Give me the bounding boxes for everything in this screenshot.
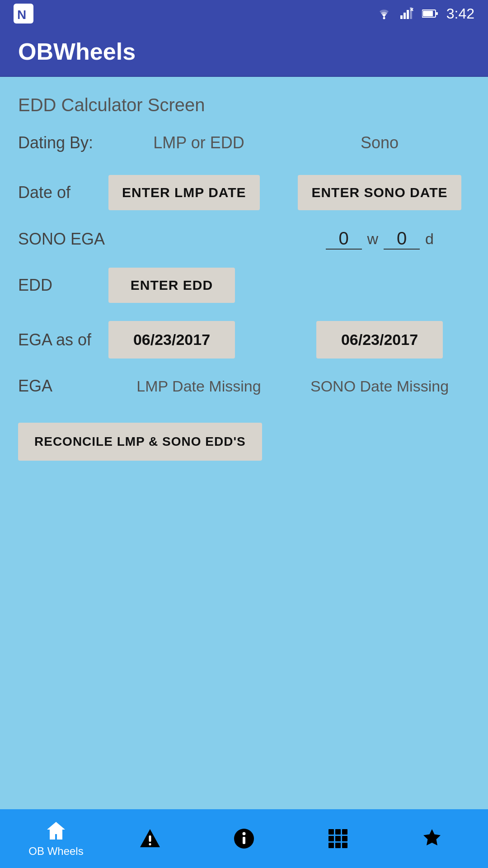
sono-date-display[interactable]: 06/23/2017 [316,321,443,359]
status-time: 3:42 [446,5,474,22]
svg-rect-17 [328,829,334,835]
svg-rect-5 [407,10,409,19]
info-icon [233,827,255,850]
ega-status-row: EGA LMP Date Missing SONO Date Missing [18,377,470,396]
svg-rect-20 [328,836,334,841]
svg-rect-10 [423,11,433,16]
svg-rect-23 [328,843,334,848]
date-of-label: Date of [18,183,108,202]
edd-row: EDD ENTER EDD [18,268,470,303]
svg-rect-21 [335,836,341,841]
bottom-nav: OB Wheels [0,809,488,868]
reconcile-button[interactable]: RECONCILE LMP & SONO EDD'S [18,423,262,461]
svg-rect-11 [436,12,438,15]
days-unit: d [425,230,434,248]
svg-point-2 [383,17,385,19]
sono-ega-days-input[interactable] [384,228,420,250]
enter-lmp-date-button[interactable]: ENTER LMP DATE [108,175,260,210]
dating-by-row: Dating By: LMP or EDD Sono [18,133,470,152]
grid-icon [327,827,349,850]
svg-rect-3 [400,15,403,19]
wifi-icon [376,7,392,20]
sono-ega-label: SONO EGA [18,230,108,249]
nav-item-grid[interactable] [291,827,385,850]
home-icon [45,820,67,842]
svg-rect-25 [342,843,347,848]
ega-as-of-row: EGA as of 06/23/2017 06/23/2017 [18,321,470,359]
star-icon [421,827,443,850]
nav-item-warning[interactable] [103,827,197,850]
lmp-date-display-container: 06/23/2017 [108,321,289,359]
edd-label: EDD [18,276,108,295]
lmp-date-display[interactable]: 06/23/2017 [108,321,235,359]
nav-item-home[interactable]: OB Wheels [9,820,103,858]
svg-rect-4 [404,13,406,19]
app-bar: OBWheels [0,27,488,77]
ega-sono-missing: SONO Date Missing [289,377,470,395]
sono-ega-inputs: w d [108,228,470,250]
dating-by-lmp-label: LMP or EDD [108,133,289,152]
app-logo-icon: N [14,4,33,24]
battery-icon [422,9,438,18]
sono-ega-weeks-input[interactable] [326,228,362,250]
app-title: OBWheels [18,38,136,65]
svg-rect-18 [335,829,341,835]
svg-rect-12 [149,835,151,842]
main-content: EDD Calculator Screen Dating By: LMP or … [0,77,488,809]
svg-point-16 [243,832,246,835]
dating-by-label: Dating By: [18,133,108,152]
svg-rect-24 [335,843,341,848]
nav-label-home: OB Wheels [28,845,83,858]
status-bar-left: N [14,4,33,24]
warning-icon [139,827,161,850]
enter-edd-button[interactable]: ENTER EDD [108,268,235,303]
svg-rect-13 [149,843,151,845]
svg-rect-22 [342,836,347,841]
svg-text:N: N [17,8,26,22]
sono-ega-row: SONO EGA w d [18,228,470,250]
ega-as-of-label: EGA as of [18,330,108,349]
date-of-row: Date of ENTER LMP DATE ENTER SONO DATE [18,175,470,210]
svg-rect-19 [342,829,347,835]
screen-title: EDD Calculator Screen [18,95,470,115]
lmp-button-container: ENTER LMP DATE [108,175,289,210]
nav-item-info[interactable] [197,827,291,850]
ega-status-label: EGA [18,377,108,396]
svg-rect-15 [243,837,245,844]
sono-button-container: ENTER SONO DATE [289,175,470,210]
status-bar: N 3:42 [0,0,488,27]
signal-icon [400,7,414,20]
enter-sono-date-button[interactable]: ENTER SONO DATE [298,175,461,210]
edd-button-container: ENTER EDD [108,268,470,303]
ega-lmp-missing: LMP Date Missing [108,377,289,395]
status-bar-right: 3:42 [376,5,474,22]
sono-date-display-container: 06/23/2017 [289,321,470,359]
nav-item-star[interactable] [385,827,479,850]
weeks-unit: w [367,230,379,248]
dating-by-sono-label: Sono [289,133,470,152]
